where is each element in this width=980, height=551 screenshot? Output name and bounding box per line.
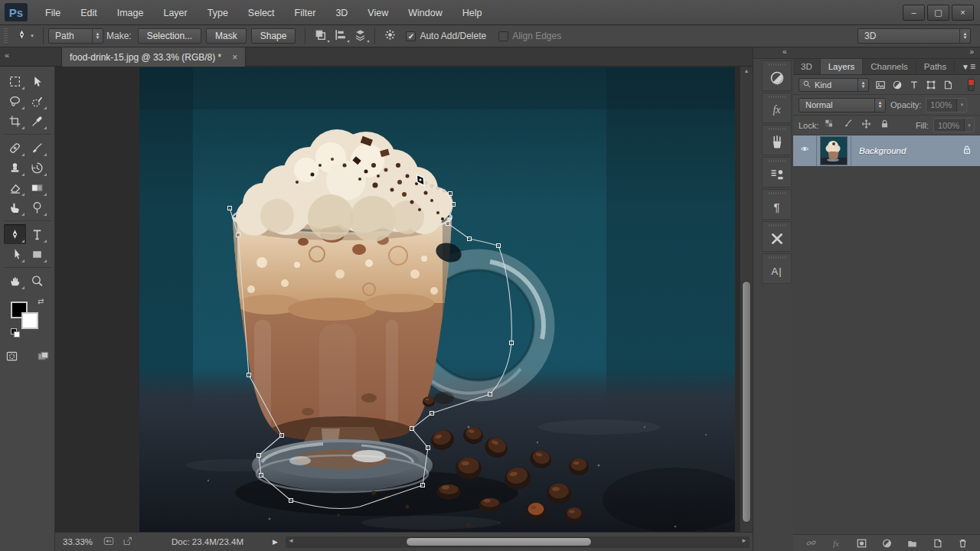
tool-mode-dropdown[interactable]: Path ▲▼ — [48, 28, 103, 44]
new-layer-button[interactable] — [929, 536, 945, 550]
adjustments-panel-icon[interactable] — [762, 60, 792, 91]
menu-item-file[interactable]: File — [35, 0, 70, 25]
document-canvas[interactable] — [139, 67, 735, 532]
scroll-up-icon[interactable]: ▲ — [740, 68, 753, 73]
close-button[interactable]: × — [952, 5, 974, 21]
lock-position-button[interactable] — [861, 119, 872, 132]
path-anchor-point[interactable] — [446, 222, 450, 226]
layer-style-button[interactable]: fx — [828, 536, 844, 550]
align-edges-checkbox[interactable] — [498, 31, 508, 41]
eyedropper-tool[interactable] — [26, 111, 48, 131]
vertical-scrollbar[interactable]: ▲ — [740, 67, 753, 532]
path-alignment-button[interactable]: ▾ — [330, 28, 350, 44]
menu-item-3d[interactable]: 3D — [325, 0, 358, 25]
layer-visibility-toggle[interactable] — [793, 135, 817, 166]
shape-button[interactable]: Shape — [251, 28, 296, 44]
path-anchor-point[interactable] — [426, 446, 430, 450]
quick-mask-mode-button[interactable] — [5, 350, 19, 364]
path-anchor-point[interactable] — [237, 233, 240, 237]
tab-paths[interactable]: Paths — [916, 59, 955, 74]
document-tab[interactable]: food-drink-15.jpg @ 33.3% (RGB/8) * × — [61, 47, 246, 67]
add-layer-mask-button[interactable] — [854, 536, 869, 550]
smudge-tool[interactable] — [4, 197, 26, 217]
layer-row-background[interactable]: Background — [793, 135, 980, 166]
gradient-tool[interactable] — [26, 178, 48, 197]
type-tool[interactable] — [26, 224, 48, 244]
clone-stamp-tool[interactable] — [4, 158, 26, 178]
path-anchor-point[interactable] — [449, 192, 452, 196]
mini-bridge-icon[interactable] — [101, 536, 116, 548]
options-bar-grip[interactable] — [4, 28, 8, 44]
path-anchor-point[interactable] — [228, 207, 232, 210]
path-anchor-point[interactable] — [280, 434, 284, 438]
path-anchor-point[interactable] — [421, 484, 425, 487]
panel-menu-icon[interactable]: ▼≡ — [962, 59, 980, 74]
tool-presets-panel-icon[interactable] — [762, 221, 792, 252]
filter-adjustment-layers-button[interactable] — [890, 78, 904, 91]
filter-smart-objects-button[interactable] — [940, 78, 955, 91]
tab-3d[interactable]: 3D — [793, 59, 821, 74]
move-tool[interactable] — [26, 71, 48, 91]
swap-colors-icon[interactable]: ⇄ — [38, 297, 44, 305]
dodge-tool[interactable] — [26, 197, 48, 217]
menu-item-filter[interactable]: Filter — [285, 0, 326, 25]
auto-add-delete-checkbox[interactable]: ✓ — [406, 31, 416, 41]
new-group-button[interactable] — [904, 536, 920, 550]
toolbar-collapse-icon[interactable]: « — [5, 51, 8, 60]
menu-item-layer[interactable]: Layer — [153, 0, 197, 25]
tab-layers[interactable]: Layers — [821, 59, 864, 74]
lock-transparent-pixels-button[interactable] — [824, 119, 835, 132]
menu-item-edit[interactable]: Edit — [70, 0, 107, 25]
background-color-swatch[interactable] — [21, 312, 38, 329]
brush-presets-panel-icon[interactable] — [762, 125, 792, 155]
pen-tool[interactable] — [4, 224, 26, 244]
path-anchor-point[interactable] — [430, 412, 434, 416]
path-anchor-point[interactable] — [247, 373, 251, 377]
lock-image-pixels-button[interactable] — [842, 119, 854, 132]
vertical-scrollbar-thumb[interactable] — [742, 281, 751, 523]
maximize-button[interactable]: ▢ — [927, 5, 949, 21]
filter-type-layers-button[interactable] — [906, 78, 921, 91]
rectangular-marquee-tool[interactable] — [4, 71, 26, 91]
menu-item-type[interactable]: Type — [198, 0, 238, 25]
layer-filter-toggle[interactable] — [968, 79, 975, 91]
path-selection-tool[interactable] — [4, 244, 26, 264]
path-arrangement-button[interactable]: ▾ — [350, 28, 370, 44]
crop-tool[interactable] — [4, 111, 26, 131]
quick-selection-tool[interactable] — [26, 91, 48, 111]
filter-kind-dropdown[interactable]: Kind ▲▼ — [799, 78, 869, 92]
menu-item-select[interactable]: Select — [238, 0, 285, 25]
path-anchor-point[interactable] — [410, 427, 414, 431]
path-anchor-point[interactable] — [289, 499, 293, 503]
layer-thumbnail[interactable] — [817, 135, 851, 166]
menu-item-window[interactable]: Window — [398, 0, 452, 25]
document-size-info[interactable]: Doc: 23.4M/23.4M — [172, 537, 243, 546]
tab-close-icon[interactable]: × — [232, 52, 237, 63]
lasso-tool[interactable] — [4, 91, 26, 111]
path-anchor-point[interactable] — [497, 244, 501, 248]
history-brush-tool[interactable] — [26, 158, 48, 178]
filter-shape-layers-button[interactable] — [923, 78, 938, 91]
share-icon[interactable] — [121, 536, 135, 548]
status-flyout-icon[interactable]: ▶ — [273, 538, 278, 546]
blend-mode-dropdown[interactable]: Normal ▲▼ — [799, 98, 886, 112]
path-anchor-point[interactable] — [468, 237, 472, 241]
mask-button[interactable]: Mask — [206, 28, 247, 44]
brush-tool[interactable] — [26, 138, 48, 158]
link-layers-button[interactable] — [803, 536, 818, 550]
expand-panels-icon[interactable]: » — [969, 47, 974, 56]
delete-layer-button[interactable] — [955, 536, 970, 550]
eraser-tool[interactable] — [4, 178, 26, 197]
path-anchor-point[interactable] — [510, 341, 514, 345]
workspace-switcher-dropdown[interactable]: 3D ▲▼ — [858, 28, 971, 44]
paragraph-panel-icon[interactable]: ¶ — [762, 189, 792, 220]
hand-tool[interactable] — [4, 271, 26, 291]
path-anchor-point[interactable] — [452, 203, 456, 207]
zoom-tool[interactable] — [26, 271, 48, 291]
horizontal-scrollbar[interactable]: ◄ ► — [286, 536, 750, 548]
lock-all-button[interactable] — [879, 119, 890, 132]
scroll-left-icon[interactable]: ◄ — [288, 537, 294, 544]
path-anchor-point[interactable] — [257, 454, 261, 458]
path-anchor-point[interactable] — [488, 393, 492, 396]
menu-item-help[interactable]: Help — [452, 0, 492, 25]
